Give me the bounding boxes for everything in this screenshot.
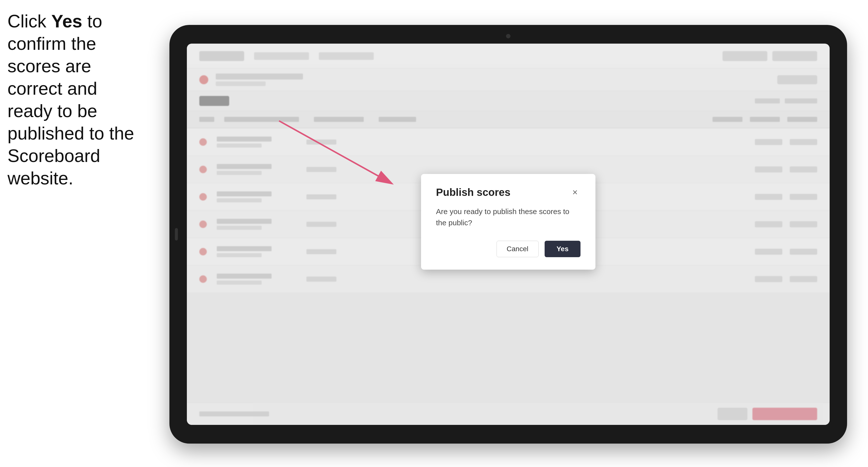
close-icon[interactable]: × [569,187,581,198]
dialog-footer: Cancel Yes [436,241,581,257]
dialog-title: Publish scores [436,186,510,198]
dialog-overlay: Publish scores × Are you ready to publis… [187,43,830,425]
yes-button[interactable]: Yes [545,241,581,257]
tablet-device: Publish scores × Are you ready to publis… [169,25,847,443]
tablet-screen: Publish scores × Are you ready to publis… [187,43,830,425]
tablet-home-button [175,228,178,241]
instruction-bold: Yes [51,11,82,31]
dialog-body: Are you ready to publish these scores to… [436,206,581,228]
cancel-button[interactable]: Cancel [497,241,539,257]
publish-scores-dialog: Publish scores × Are you ready to publis… [421,174,595,270]
dialog-header: Publish scores × [436,186,581,198]
instruction-text: Click Yes to confirm the scores are corr… [7,10,147,189]
tablet-camera [506,34,510,38]
